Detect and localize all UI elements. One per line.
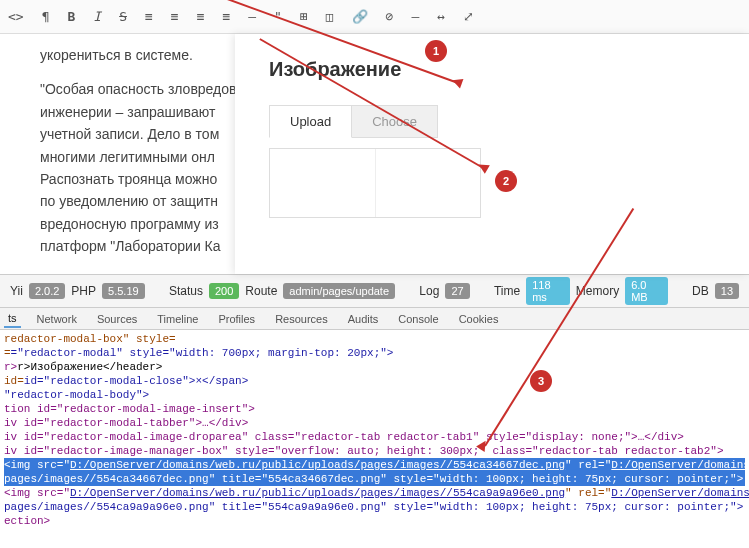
time-label: Time — [494, 284, 520, 298]
bold-icon[interactable]: B — [67, 9, 75, 24]
memory-badge: 6.0 MB — [625, 277, 668, 305]
yii-label: Yii — [10, 284, 23, 298]
devtab-elements[interactable]: ts — [4, 310, 21, 328]
code-line-selected[interactable]: <img src="D:/OpenServer/domains/web.ru/p… — [4, 458, 745, 472]
devtools-tabs: ts Network Sources Timeline Profiles Res… — [0, 308, 749, 330]
strike-icon[interactable]: S — [119, 9, 127, 24]
code-line[interactable]: id="redactor-modal-close">×</span> — [24, 375, 248, 387]
tab-upload[interactable]: Upload — [269, 105, 352, 138]
code-icon[interactable]: <> — [8, 9, 24, 24]
code-line[interactable]: ection> — [4, 515, 50, 527]
devtab-cookies[interactable]: Cookies — [455, 311, 503, 327]
annotation-2: 2 — [495, 170, 517, 192]
code-line[interactable]: iv id="redactor-modal-tabber">…</div> — [4, 417, 248, 429]
editor-toolbar: <> ¶ B I S ≡ ≡ ≡ ≡ – " ⊞ ◫ 🔗 ⊘ — ↔ ⤢ — [0, 0, 749, 34]
code-line[interactable]: tion id="redactor-modal-image-insert"> — [4, 403, 255, 415]
dash-icon[interactable]: — — [411, 9, 419, 24]
devtab-profiles[interactable]: Profiles — [214, 311, 259, 327]
link-icon[interactable]: 🔗 — [352, 9, 368, 24]
unlink-icon[interactable]: ⊘ — [386, 9, 394, 24]
debug-toolbar: Yii 2.0.2 PHP 5.5.19 Status 200 Route ad… — [0, 274, 749, 308]
table-icon[interactable]: ⊞ — [300, 9, 308, 24]
devtab-console[interactable]: Console — [394, 311, 442, 327]
list2-icon[interactable]: ≡ — [171, 9, 179, 24]
annotation-3: 3 — [530, 370, 552, 392]
code-line[interactable]: ="redactor-modal" style="width: 700px; m… — [11, 347, 394, 359]
indent-icon[interactable]: ≡ — [222, 9, 230, 24]
php-label: PHP — [71, 284, 96, 298]
hr-icon[interactable]: – — [248, 9, 256, 24]
yii-version-badge: 2.0.2 — [29, 283, 65, 299]
outdent-icon[interactable]: ≡ — [197, 9, 205, 24]
code-line[interactable]: r>Изображение</header> — [17, 361, 162, 373]
drop-cell[interactable] — [376, 149, 481, 217]
db-badge: 13 — [715, 283, 739, 299]
route-badge: admin/pages/update — [283, 283, 395, 299]
code-line[interactable]: pages/images//554ca9a9a96e0.png" title="… — [4, 501, 743, 513]
modal-title: Изображение — [269, 58, 715, 81]
image-drop-area[interactable] — [269, 148, 481, 218]
devtab-timeline[interactable]: Timeline — [153, 311, 202, 327]
log-label: Log — [419, 284, 439, 298]
list-icon[interactable]: ≡ — [145, 9, 153, 24]
devtab-resources[interactable]: Resources — [271, 311, 332, 327]
drop-cell[interactable] — [270, 149, 376, 217]
time-badge: 118 ms — [526, 277, 570, 305]
route-label: Route — [245, 284, 277, 298]
code-line[interactable]: <img src="D:/OpenServer/domains/web.ru/p… — [4, 486, 745, 500]
status-badge: 200 — [209, 283, 239, 299]
pilcrow-icon[interactable]: ¶ — [42, 9, 50, 24]
code-line[interactable]: redactor-modal-box" style= — [4, 333, 176, 345]
code-line-selected[interactable]: pages/images//554ca34667dec.png" title="… — [4, 472, 745, 486]
italic-icon[interactable]: I — [93, 9, 101, 24]
devtab-audits[interactable]: Audits — [344, 311, 383, 327]
modal-tabs: Upload Choose — [269, 105, 715, 138]
php-version-badge: 5.5.19 — [102, 283, 145, 299]
fullscreen-icon[interactable]: ⤢ — [463, 9, 474, 24]
status-label: Status — [169, 284, 203, 298]
log-badge: 27 — [445, 283, 469, 299]
align-icon[interactable]: ↔ — [437, 9, 445, 24]
devtab-sources[interactable]: Sources — [93, 311, 141, 327]
annotation-1: 1 — [425, 40, 447, 62]
db-label: DB — [692, 284, 709, 298]
elements-panel[interactable]: redactor-modal-box" style= =="redactor-m… — [0, 330, 749, 548]
attach-icon[interactable]: ◫ — [326, 9, 334, 24]
code-line[interactable]: iv id="redactor-modal-image-droparea" cl… — [4, 431, 684, 443]
code-line[interactable]: iv id="redactor-image-manager-box" style… — [4, 445, 724, 457]
code-line[interactable]: "redactor-modal-body"> — [4, 389, 149, 401]
devtab-network[interactable]: Network — [33, 311, 81, 327]
